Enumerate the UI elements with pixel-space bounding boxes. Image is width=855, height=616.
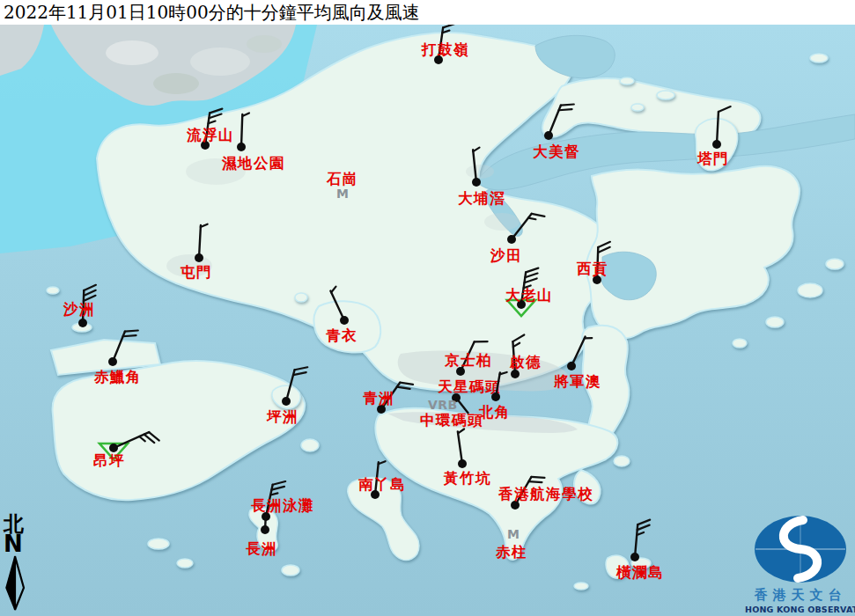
station-label: 天星碼頭 — [437, 378, 501, 395]
station-label: 黃竹坑 — [443, 470, 491, 487]
station-dot — [630, 553, 639, 561]
urban-area — [190, 48, 250, 76]
station-label: 中環碼頭 — [420, 412, 483, 429]
wind-barb-full — [561, 105, 574, 106]
station-label: 赤鱲角 — [93, 369, 142, 385]
north-arrow-icon — [4, 555, 26, 612]
station-dot — [511, 370, 520, 378]
station-code: M — [336, 187, 349, 201]
urban-area — [153, 73, 199, 94]
hko-logo-name-en: HONG KONG OBSERVATORY — [745, 605, 855, 614]
compass-north-letter: N — [4, 532, 33, 555]
island-shape — [148, 539, 169, 549]
compass-north: 北 N — [4, 512, 33, 612]
station-label: 橫瀾島 — [615, 564, 664, 581]
urban-area — [247, 35, 282, 53]
wind-barb-full — [532, 477, 545, 478]
urban-area — [106, 40, 158, 65]
station-label: 沙洲 — [63, 301, 95, 318]
island-shape — [295, 293, 307, 302]
island-shape — [614, 456, 630, 466]
station-dot — [78, 319, 87, 327]
station-label: 啟德 — [509, 354, 542, 370]
station-label: 京士柏 — [444, 352, 492, 369]
station-dot — [712, 140, 721, 149]
island-shape — [733, 339, 747, 348]
station-dot — [340, 316, 349, 325]
station-label: 濕地公園 — [221, 155, 285, 172]
station-label: 南丫島 — [358, 476, 406, 493]
station-label: 長洲 — [246, 540, 277, 557]
island-shape — [766, 317, 784, 327]
wind-barb-full — [559, 109, 572, 110]
station-dot — [195, 253, 203, 262]
station-code: M — [507, 527, 520, 541]
island-shape — [798, 283, 822, 297]
station-label: 赤柱 — [495, 544, 527, 561]
station-code: VRB — [428, 398, 458, 412]
hko-logo-icon — [749, 512, 851, 586]
map-stage: 打鼓嶺流浮山濕地公園M石崗大埔滘大美督塔門沙田西貢大老山沙洲屯門赤鱲角青衣坪洲青… — [0, 0, 855, 616]
station-dot — [567, 362, 576, 370]
station-label: 石崗 — [326, 171, 358, 187]
island-shape — [620, 77, 634, 84]
island-shape — [657, 91, 674, 99]
station-label: 坪洲 — [266, 408, 299, 425]
map-canvas: 打鼓嶺流浮山濕地公園M石崗大埔滘大美督塔門沙田西貢大老山沙洲屯門赤鱲角青衣坪洲青… — [0, 0, 855, 616]
station-label: 打鼓嶺 — [421, 41, 469, 58]
hko-logo: 香港天文台 HONG KONG OBSERVATORY — [745, 512, 855, 614]
station-label: 青洲 — [363, 390, 394, 407]
wind-barb-full — [123, 335, 136, 336]
station-label: 昂坪 — [93, 452, 125, 469]
island-shape — [282, 565, 299, 576]
station-dot — [507, 235, 516, 244]
station-dot — [261, 525, 269, 534]
wind-barb-full — [529, 481, 542, 482]
island-shape — [810, 54, 828, 62]
station-dot — [282, 397, 291, 406]
map-title: 2022年11月01日10時00分的十分鐘平均風向及風速 — [0, 0, 855, 25]
station-label: 屯門 — [180, 264, 212, 281]
station-dot — [237, 143, 246, 151]
island-shape — [631, 104, 644, 111]
island-shape — [574, 583, 588, 590]
station-label: 西貢 — [576, 260, 608, 277]
island-shape — [301, 439, 319, 451]
station-label: 大老山 — [505, 287, 553, 304]
station-label: 青衣 — [326, 327, 357, 344]
station-label: 長洲泳灘 — [251, 497, 314, 514]
station-dot — [544, 131, 553, 140]
station-label: 大美督 — [533, 143, 580, 160]
urban-area — [484, 213, 520, 231]
station-dot — [472, 178, 481, 187]
station-dot — [491, 392, 500, 401]
station-label: 北角 — [478, 404, 511, 421]
station-label: 沙田 — [490, 247, 522, 264]
island-shape — [177, 559, 193, 568]
station-label: 塔門 — [697, 150, 729, 167]
urban-area — [466, 165, 494, 179]
station-dot — [109, 444, 118, 452]
station-label: 流浮山 — [186, 127, 234, 143]
island-shape — [47, 287, 59, 294]
wind-barb-full — [125, 331, 138, 332]
station-label: 大埔滘 — [458, 190, 505, 207]
hko-logo-name-zh: 香港天文台 — [745, 587, 855, 604]
station-label: 香港航海學校 — [498, 486, 593, 502]
wind-barb-staff — [241, 114, 242, 147]
station-dot — [108, 357, 117, 366]
island-shape — [826, 259, 844, 269]
station-dot — [458, 459, 467, 468]
station-label: 將軍澳 — [553, 373, 601, 390]
